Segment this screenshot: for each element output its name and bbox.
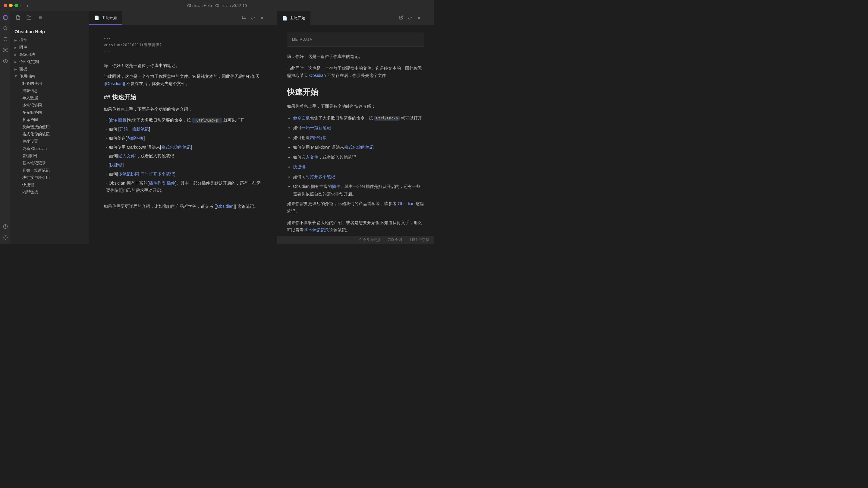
sidebar-item-multi-vault[interactable]: 多库协同 (16, 116, 89, 123)
editor-link-internal[interactable]: 内部链接 (127, 136, 144, 141)
svg-line-10 (4, 49, 5, 50)
sidebar-item-backlinks[interactable]: 反向链接的使用 (16, 123, 89, 131)
ribbon-files-icon[interactable] (1, 13, 10, 22)
sidebar-item-multi-note[interactable]: 多笔记协同 (16, 102, 89, 109)
editor-para3: 如果你着急上手，下面是各个功能的快速介绍： (104, 106, 262, 113)
sidebar-item-advanced[interactable]: ▶ 高级用法 (11, 51, 89, 58)
ribbon-graph-icon[interactable] (1, 46, 10, 54)
folder-label: 面板 (19, 66, 27, 72)
sidebar-toolbar (11, 11, 89, 25)
preview-link-shortcuts[interactable]: 快捷键 (293, 164, 306, 169)
minimize-button[interactable] (9, 4, 13, 7)
editor-tab-start[interactable]: 📄 由此开始 (89, 11, 122, 25)
sort-button[interactable] (36, 14, 43, 22)
back-button[interactable]: ‹ (18, 2, 22, 9)
editor-link-new-note[interactable]: 开始一篇新笔记 (119, 127, 149, 132)
preview-list-item-1: 命令面板包含了大多数日常需要的命令，按 Ctrl/Cmd-p 就可以打开 (293, 114, 424, 122)
sidebar-item-multi-cursor[interactable]: 多光标协同 (16, 109, 89, 116)
preview-link-obsidian[interactable]: Obsidian (309, 73, 326, 78)
sidebar-item-panels[interactable]: ▶ 面板 (11, 65, 89, 73)
editor-link-format[interactable]: 格式化你的笔记 (161, 145, 191, 150)
status-words: 700 个词 (388, 237, 402, 242)
svg-point-3 (4, 27, 7, 30)
sidebar-item-capture[interactable]: 捕获信息 (16, 87, 89, 94)
ribbon-help-icon[interactable] (1, 222, 10, 231)
preview-inline-code: Ctrl/Cmd-p (374, 116, 400, 121)
svg-point-15 (5, 59, 6, 60)
svg-point-19 (5, 237, 6, 238)
new-note-button[interactable] (14, 14, 22, 22)
sidebar: Obsidian Help ▶ 插件 ▶ 附件 ▶ 高级用法 ▶ 个性化定制 ▶… (11, 11, 89, 244)
sidebar-item-shortcuts[interactable]: 快捷键 (16, 181, 89, 189)
sidebar-item-attachments[interactable]: ▶ 附件 (11, 44, 89, 51)
sidebar-item-basic[interactable]: 基本笔记记录 (16, 160, 89, 167)
preview-tab-start[interactable]: 📄 由此开始 (277, 11, 310, 25)
editor-link-multi-note[interactable]: 多笔记协同|同时打开多个笔记 (118, 172, 174, 176)
preview-edit-button[interactable] (397, 14, 405, 22)
copy-link-button[interactable] (249, 14, 257, 22)
sidebar-content: Obsidian Help ▶ 插件 ▶ 附件 ▶ 高级用法 ▶ 个性化定制 ▶… (11, 25, 89, 244)
sidebar-item-attachments-manage[interactable]: 管理附件 (16, 152, 89, 160)
preview-close-button[interactable]: ✕ (415, 15, 423, 22)
preview-list-item-2: 如何开始一篇新笔记 (293, 124, 424, 132)
folder-label: 高级用法 (19, 52, 35, 57)
preview-link-plugins[interactable]: 插件 (332, 184, 340, 189)
editor-body[interactable]: --- version:20210211(春节特供) --- 嗨，你好！这是一篇… (89, 25, 277, 244)
frontmatter-line1: --- (104, 35, 262, 41)
titlebar: ‹ › Obsidian Help - Obsidian v0.12.10 (0, 0, 434, 11)
editor-link-embed[interactable]: 嵌入文件 (118, 153, 135, 159)
ribbon-search-icon[interactable] (1, 24, 10, 33)
preview-link-format[interactable]: 格式化你的笔记 (344, 145, 374, 150)
svg-point-7 (7, 49, 7, 50)
folder-arrow-icon: ▶ (14, 38, 18, 42)
preview-list-item-3: 如何创造内部链接 (293, 134, 424, 141)
sidebar-item-guide[interactable]: ▶ 使用指南 (11, 73, 89, 80)
traffic-lights (4, 4, 18, 7)
sidebar-item-format[interactable]: 格式化你的笔记 (16, 131, 89, 138)
editor-tab-bar: 📄 由此开始 ✕ ⋯ (89, 11, 277, 25)
preview-link-multi[interactable]: 同时打开多个笔记 (301, 174, 335, 179)
preview-link-button[interactable] (406, 14, 414, 22)
folder-arrow-icon: ▶ (14, 60, 18, 64)
status-backlinks: 0 个反向链接 (360, 237, 381, 242)
svg-rect-0 (4, 16, 7, 19)
preview-link-command[interactable]: 命令面板 (293, 116, 310, 120)
more-options-button[interactable]: ⋯ (267, 15, 275, 22)
sidebar-item-import[interactable]: 导入数据 (16, 94, 89, 102)
ribbon-settings-icon[interactable] (1, 233, 10, 241)
preview-link-obsidian2[interactable]: Obsidian (398, 201, 414, 206)
reading-mode-button[interactable] (240, 14, 248, 22)
editor-para2: 与此同时，这也是一个存放于你硬盘中的文件。它是纯文本的，因此你无需担心某天 [[… (104, 73, 262, 87)
forward-button[interactable]: › (26, 2, 30, 9)
editor-link-command[interactable]: 命令面板 (110, 118, 127, 122)
preview-link-new-note[interactable]: 开始一篇新笔记 (301, 125, 331, 130)
editor-link-plugins[interactable]: 插件列表|插件 (149, 181, 176, 185)
preview-link-internal[interactable]: 内部链接 (310, 135, 327, 140)
frontmatter: --- version:20210211(春节特供) --- (104, 35, 262, 55)
preview-list-item-8: Obsidian 拥有丰富的插件。其中一部分插件是默认开启的，还有一些需要你依照… (293, 183, 424, 198)
preview-link-embed[interactable]: 嵌入文件 (301, 155, 318, 160)
close-button[interactable] (4, 4, 7, 7)
sidebar-item-plugins[interactable]: ▶ 插件 (11, 36, 89, 44)
preview-more-button[interactable]: ⋯ (424, 15, 432, 22)
preview-link-basic[interactable]: 基本笔记记录 (304, 228, 329, 233)
editor-link-obsidian[interactable]: [[Obsidian]] (104, 81, 125, 86)
sidebar-item-block-ref[interactable]: 块链接与块引用 (16, 174, 89, 181)
maximize-button[interactable] (14, 4, 18, 7)
sidebar-item-update[interactable]: 更新 Obsidian (16, 145, 89, 152)
sidebar-item-internal-links[interactable]: 内部链接 (16, 189, 89, 196)
preview-body: METADATA 嗨，你好！这是一篇位于你库中的笔记。 与此同时，这也是一个存放… (277, 25, 434, 235)
svg-line-4 (6, 29, 7, 30)
sidebar-item-new-note[interactable]: 开始一篇新笔记 (16, 167, 89, 174)
preview-tab-label: 由此开始 (290, 16, 305, 21)
editor-link-obsidian2[interactable]: Obsidian (217, 204, 234, 209)
editor-link-shortcuts[interactable]: 快捷键 (110, 163, 122, 167)
sidebar-item-settings[interactable]: 更改设置 (16, 138, 89, 145)
preview-para1: 嗨，你好！这是一篇位于你库中的笔记。 (287, 53, 424, 60)
new-folder-button[interactable] (25, 14, 33, 22)
ribbon-bookmarks-icon[interactable] (1, 35, 10, 44)
close-tab-button[interactable]: ✕ (258, 15, 266, 22)
sidebar-item-tags[interactable]: 标签的使用 (16, 80, 89, 87)
ribbon-tags-icon[interactable] (1, 57, 10, 65)
sidebar-item-customize[interactable]: ▶ 个性化定制 (11, 58, 89, 65)
